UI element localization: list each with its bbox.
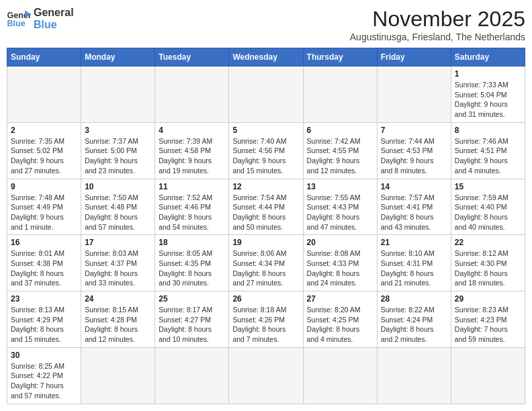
day-number: 19 [232,238,299,247]
week-row-1: 2Sunrise: 7:35 AM Sunset: 5:02 PM Daylig… [7,122,525,179]
week-row-4: 23Sunrise: 8:13 AM Sunset: 4:29 PM Dayli… [7,291,525,348]
day-info: Sunrise: 7:54 AM Sunset: 4:44 PM Dayligh… [232,193,299,232]
day-cell: 12Sunrise: 7:54 AM Sunset: 4:44 PM Dayli… [229,179,303,235]
logo: General Blue General Blue [7,7,74,30]
subtitle: Augustinusga, Friesland, The Netherlands [350,32,525,42]
day-cell: 8Sunrise: 7:46 AM Sunset: 4:51 PM Daylig… [451,122,525,179]
day-cell [377,347,451,404]
day-cell: 7Sunrise: 7:44 AM Sunset: 4:53 PM Daylig… [377,122,451,179]
day-number: 6 [307,126,373,135]
day-cell: 14Sunrise: 7:57 AM Sunset: 4:41 PM Dayli… [377,179,451,235]
day-number: 26 [232,294,299,304]
day-number: 15 [455,182,521,191]
day-info: Sunrise: 8:03 AM Sunset: 4:37 PM Dayligh… [85,248,151,288]
week-row-3: 16Sunrise: 8:01 AM Sunset: 4:38 PM Dayli… [7,235,525,291]
day-number: 17 [85,238,151,247]
day-cell: 4Sunrise: 7:39 AM Sunset: 4:58 PM Daylig… [155,122,229,179]
day-cell: 21Sunrise: 8:10 AM Sunset: 4:31 PM Dayli… [377,235,451,291]
day-cell: 23Sunrise: 8:13 AM Sunset: 4:29 PM Dayli… [7,291,81,348]
logo-general: General [34,7,74,19]
day-number: 25 [159,294,225,304]
day-info: Sunrise: 8:18 AM Sunset: 4:26 PM Dayligh… [232,305,299,345]
day-number: 5 [232,126,299,135]
day-number: 23 [11,294,77,304]
day-number: 2 [11,126,77,135]
day-cell: 19Sunrise: 8:06 AM Sunset: 4:34 PM Dayli… [229,235,303,291]
day-number: 22 [455,238,521,247]
day-cell: 9Sunrise: 7:48 AM Sunset: 4:49 PM Daylig… [7,179,81,235]
day-info: Sunrise: 7:57 AM Sunset: 4:41 PM Dayligh… [381,193,447,232]
day-cell: 5Sunrise: 7:40 AM Sunset: 4:56 PM Daylig… [229,122,303,179]
day-info: Sunrise: 7:35 AM Sunset: 5:02 PM Dayligh… [11,136,77,176]
day-cell [229,66,303,123]
day-number: 30 [11,351,77,360]
day-number: 7 [381,126,447,135]
logo-blue: Blue [34,19,74,31]
day-number: 9 [11,182,77,191]
header-thursday: Thursday [303,48,377,66]
day-info: Sunrise: 8:08 AM Sunset: 4:33 PM Dayligh… [307,248,373,288]
day-cell: 10Sunrise: 7:50 AM Sunset: 4:48 PM Dayli… [81,179,155,235]
day-number: 16 [11,238,77,247]
day-number: 24 [85,294,151,304]
day-info: Sunrise: 7:42 AM Sunset: 4:55 PM Dayligh… [307,136,373,176]
week-row-5: 30Sunrise: 8:25 AM Sunset: 4:22 PM Dayli… [7,347,525,404]
day-cell: 30Sunrise: 8:25 AM Sunset: 4:22 PM Dayli… [7,347,81,404]
day-number: 14 [381,182,447,191]
day-info: Sunrise: 8:15 AM Sunset: 4:28 PM Dayligh… [85,305,151,345]
day-info: Sunrise: 8:20 AM Sunset: 4:25 PM Dayligh… [307,305,373,345]
day-cell: 18Sunrise: 8:05 AM Sunset: 4:35 PM Dayli… [155,235,229,291]
day-number: 20 [307,238,373,247]
day-info: Sunrise: 8:22 AM Sunset: 4:24 PM Dayligh… [381,305,447,345]
calendar: SundayMondayTuesdayWednesdayThursdayFrid… [7,48,525,404]
day-number: 11 [159,182,225,191]
day-cell: 29Sunrise: 8:23 AM Sunset: 4:23 PM Dayli… [451,291,525,348]
day-number: 13 [307,182,373,191]
calendar-header-row: SundayMondayTuesdayWednesdayThursdayFrid… [7,48,525,66]
day-cell [81,347,155,404]
week-row-2: 9Sunrise: 7:48 AM Sunset: 4:49 PM Daylig… [7,179,525,235]
day-cell [303,347,377,404]
month-title: November 2025 [350,7,525,32]
day-info: Sunrise: 8:05 AM Sunset: 4:35 PM Dayligh… [159,248,225,288]
day-cell: 15Sunrise: 7:59 AM Sunset: 4:40 PM Dayli… [451,179,525,235]
day-cell: 20Sunrise: 8:08 AM Sunset: 4:33 PM Dayli… [303,235,377,291]
header-wednesday: Wednesday [229,48,303,66]
header-tuesday: Tuesday [155,48,229,66]
day-cell: 6Sunrise: 7:42 AM Sunset: 4:55 PM Daylig… [303,122,377,179]
day-info: Sunrise: 7:39 AM Sunset: 4:58 PM Dayligh… [159,136,225,176]
day-number: 1 [455,69,521,79]
day-cell: 11Sunrise: 7:52 AM Sunset: 4:46 PM Dayli… [155,179,229,235]
day-info: Sunrise: 7:40 AM Sunset: 4:56 PM Dayligh… [232,136,299,176]
day-cell: 3Sunrise: 7:37 AM Sunset: 5:00 PM Daylig… [81,122,155,179]
header: General Blue General Blue November 2025 … [7,7,525,42]
day-info: Sunrise: 7:59 AM Sunset: 4:40 PM Dayligh… [455,193,521,232]
day-cell: 24Sunrise: 8:15 AM Sunset: 4:28 PM Dayli… [81,291,155,348]
header-monday: Monday [81,48,155,66]
day-number: 10 [85,182,151,191]
day-info: Sunrise: 8:01 AM Sunset: 4:38 PM Dayligh… [11,248,77,288]
day-info: Sunrise: 7:48 AM Sunset: 4:49 PM Dayligh… [11,193,77,232]
day-info: Sunrise: 8:10 AM Sunset: 4:31 PM Dayligh… [381,248,447,288]
day-cell: 2Sunrise: 7:35 AM Sunset: 5:02 PM Daylig… [7,122,81,179]
week-row-0: 1Sunrise: 7:33 AM Sunset: 5:04 PM Daylig… [7,66,525,123]
day-info: Sunrise: 7:52 AM Sunset: 4:46 PM Dayligh… [159,193,225,232]
logo-icon: General Blue [7,9,31,28]
header-sunday: Sunday [7,48,81,66]
header-friday: Friday [377,48,451,66]
day-cell [155,66,229,123]
day-cell: 1Sunrise: 7:33 AM Sunset: 5:04 PM Daylig… [451,66,525,123]
day-cell: 25Sunrise: 8:17 AM Sunset: 4:27 PM Dayli… [155,291,229,348]
day-number: 4 [159,126,225,135]
day-info: Sunrise: 8:25 AM Sunset: 4:22 PM Dayligh… [11,361,77,401]
day-number: 3 [85,126,151,135]
day-cell [451,347,525,404]
day-number: 29 [455,294,521,304]
day-info: Sunrise: 7:44 AM Sunset: 4:53 PM Dayligh… [381,136,447,176]
day-number: 8 [455,126,521,135]
day-number: 18 [159,238,225,247]
day-cell [377,66,451,123]
title-block: November 2025 Augustinusga, Friesland, T… [350,7,525,42]
day-cell: 17Sunrise: 8:03 AM Sunset: 4:37 PM Dayli… [81,235,155,291]
day-cell [7,66,81,123]
